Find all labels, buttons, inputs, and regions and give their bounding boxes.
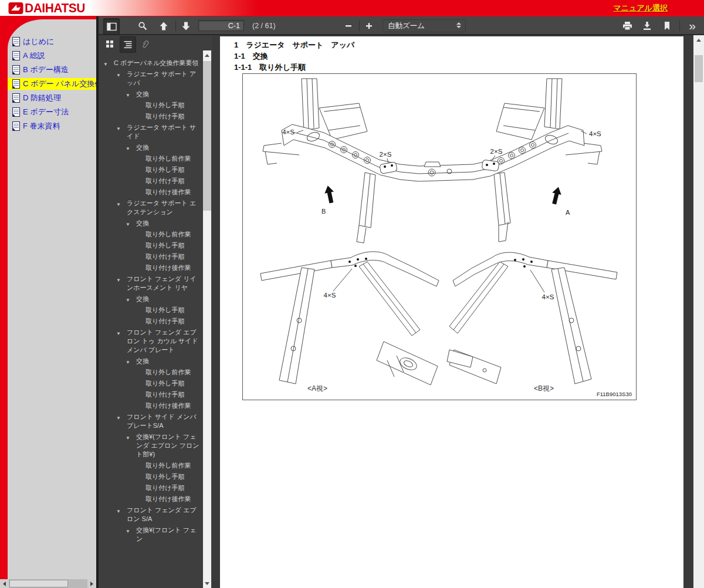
next-page-button[interactable]	[178, 18, 194, 33]
sidebar-horizontal-scrollbar[interactable]	[0, 579, 96, 588]
collapse-triangle-icon[interactable]: ▼	[116, 276, 121, 285]
collapse-triangle-icon[interactable]: ▼	[126, 434, 130, 442]
outline-item-label: フロント フェンダ エプロン S/A	[127, 506, 197, 522]
outline-item[interactable]: ▼ラジエータ サポート アッパ	[99, 70, 202, 87]
outline-item[interactable]: ▼フロント サイド メンバ プレートS/A	[99, 413, 202, 430]
scroll-right-button[interactable]	[87, 579, 96, 588]
outline-item[interactable]: 取り外し手順	[99, 306, 202, 315]
outline-item[interactable]: ▼交換	[99, 357, 202, 366]
download-button[interactable]	[639, 18, 655, 33]
page-scroll-thumb[interactable]	[695, 55, 703, 82]
attachments-view-button[interactable]	[137, 36, 153, 52]
scroll-left-button[interactable]	[0, 579, 9, 588]
print-button[interactable]	[620, 18, 635, 33]
outline-item[interactable]: 取り外し前作業	[99, 230, 202, 239]
sidebar-item[interactable]: はじめに	[8, 36, 96, 48]
collapse-triangle-icon[interactable]: ▼	[126, 527, 130, 536]
outline-item[interactable]: 取り付け後作業	[99, 495, 202, 503]
outline-item[interactable]: ▼交換	[99, 143, 202, 152]
outline-item[interactable]: ▼ラジエータ サポート エクステンション	[99, 199, 202, 217]
outline-item-label: 取り外し手順	[145, 102, 185, 109]
outline-item[interactable]: ▼交換¥(フロント フェン	[99, 526, 202, 543]
bolt-count-label: 2×S	[380, 151, 392, 158]
outline-item[interactable]: ▼交換	[99, 219, 202, 228]
collapse-triangle-icon[interactable]: ▼	[116, 329, 121, 338]
outline-item[interactable]: ▼フロント フェンダ エプロン S/A	[99, 506, 202, 523]
outline-item-label: 取り付け手順	[145, 113, 185, 120]
outline-item-label: 取り付け後作業	[145, 188, 191, 195]
more-tools-button[interactable]: »	[683, 18, 702, 33]
outline-item[interactable]: 取り外し手順	[99, 101, 202, 110]
paperclip-icon	[141, 40, 150, 49]
outline-item[interactable]: 取り外し手順	[99, 241, 202, 250]
outline-item[interactable]: 取り付け手順	[99, 484, 202, 492]
collapse-triangle-icon[interactable]: ▼	[116, 124, 121, 133]
outline-item[interactable]: 取り外し前作業	[99, 154, 202, 163]
outline-item[interactable]: 取り外し手順	[99, 379, 202, 388]
page-number-input[interactable]	[198, 20, 244, 31]
collapse-triangle-icon[interactable]: ▼	[116, 414, 121, 423]
sidebar-item[interactable]: B ボデー構造	[8, 64, 96, 76]
collapse-triangle-icon[interactable]: ▼	[116, 200, 121, 209]
technical-diagram: 4×S 4×S 2×S 2×S B A	[243, 74, 636, 400]
outline-item-label: 取り付け後作業	[145, 402, 191, 409]
previous-page-button[interactable]	[156, 18, 171, 33]
manual-section-sidebar: はじめにA 総説B ボデー構造C ボデー パネル交換作業要領D 防錆処理E ボデ…	[8, 19, 96, 579]
collapse-triangle-icon[interactable]: ▼	[126, 91, 130, 100]
collapse-triangle-icon[interactable]: ▼	[103, 60, 108, 69]
outline-item[interactable]: ▼フロント フェンダ エプロン トゥ カウル サイド メンバ プレート	[99, 328, 202, 354]
horizontal-scroll-thumb[interactable]	[9, 580, 68, 587]
scroll-up-button[interactable]	[693, 35, 704, 45]
outline-item[interactable]: ▼交換¥(フロント フェンダ エプロン フロント部¥)	[99, 432, 202, 459]
outline-item[interactable]: 取り付け後作業	[99, 263, 202, 272]
thumbnails-view-button[interactable]	[102, 36, 117, 52]
zoom-out-button[interactable]	[341, 18, 356, 33]
document-icon	[12, 65, 20, 75]
outline-item-label: 取り外し前作業	[145, 155, 191, 162]
outline-item[interactable]: 取り付け手順	[99, 112, 202, 121]
outline-item[interactable]: ▼交換	[99, 295, 202, 303]
outline-item[interactable]: 取り付け手順	[99, 317, 202, 326]
outline-item[interactable]: ▼フロント フェンダ リインホースメント リヤ	[99, 275, 202, 292]
zoom-level-select[interactable]: 自動ズーム	[383, 19, 466, 32]
outline-view-button[interactable]	[120, 36, 136, 53]
triangle-up-icon	[205, 54, 209, 57]
scroll-up-button[interactable]	[203, 50, 211, 60]
collapse-triangle-icon[interactable]: ▼	[126, 220, 130, 229]
sidebar-toggle-button[interactable]	[103, 18, 120, 35]
outline-item[interactable]: ▼ラジエータ サポート サイド	[99, 123, 202, 141]
outline-item[interactable]: 取り付け手順	[99, 252, 202, 261]
sidebar-item[interactable]: A 総説	[8, 50, 96, 62]
outline-item[interactable]: ▼C ボデーパネル交換作業要領	[99, 59, 202, 67]
sidebar-item[interactable]: D 防錆処理	[8, 92, 96, 104]
search-button[interactable]	[135, 18, 150, 33]
sidebar-item[interactable]: F 巻末資料	[8, 120, 96, 132]
manual-select-link[interactable]: マニュアル選択	[613, 3, 668, 13]
sidebar-item[interactable]: E ボデー寸法	[8, 106, 96, 118]
zoom-in-button[interactable]	[361, 18, 377, 33]
outline-item[interactable]: 取り外し前作業	[99, 461, 202, 470]
outline-item[interactable]: 取り付け後作業	[99, 401, 202, 410]
bookmark-button[interactable]	[659, 18, 675, 33]
collapse-triangle-icon[interactable]: ▼	[126, 144, 130, 153]
outline-item[interactable]: 取り外し前作業	[99, 368, 202, 377]
outline-item-label: 取り付け手順	[145, 253, 185, 260]
outline-item[interactable]: 取り外し手順	[99, 472, 202, 481]
plus-icon	[365, 22, 373, 30]
outline-item[interactable]: 取り付け後作業	[99, 188, 202, 197]
outline-scrollbar[interactable]	[203, 50, 211, 588]
outline-item[interactable]: 取り付け手順	[99, 177, 202, 185]
page-scrollbar[interactable]	[693, 35, 704, 588]
page-count-label: (2 / 61)	[252, 22, 276, 30]
collapse-triangle-icon[interactable]: ▼	[116, 71, 121, 80]
collapse-triangle-icon[interactable]: ▼	[126, 296, 130, 305]
outline-item[interactable]: ▼交換	[99, 90, 202, 99]
scroll-down-button[interactable]	[203, 579, 211, 588]
outline-scroll-thumb[interactable]	[203, 61, 211, 211]
sidebar-item[interactable]: C ボデー パネル交換作業要領	[8, 78, 96, 90]
collapse-triangle-icon[interactable]: ▼	[116, 507, 121, 516]
outline-item[interactable]: 取り付け手順	[99, 390, 202, 399]
outline-item[interactable]: 取り外し手順	[99, 165, 202, 174]
collapse-triangle-icon[interactable]: ▼	[126, 358, 130, 367]
outline-item-label: 交換	[136, 144, 149, 151]
